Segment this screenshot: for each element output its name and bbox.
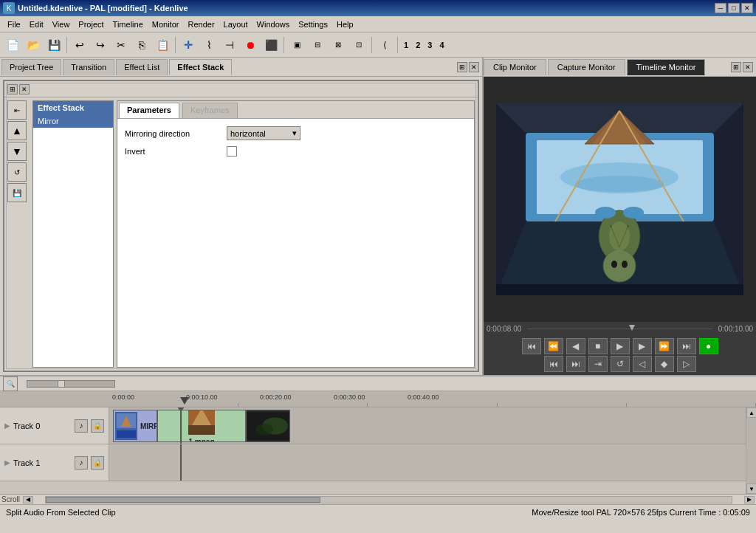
clip-main-thumbnail bbox=[188, 410, 215, 435]
ctrl-skip-to-end[interactable]: ⏭ bbox=[677, 338, 696, 354]
menu-windows[interactable]: Windows bbox=[252, 18, 295, 30]
toolbar-open[interactable]: 📂 bbox=[24, 35, 43, 55]
menu-render[interactable]: Render bbox=[183, 18, 219, 30]
menu-monitor[interactable]: Monitor bbox=[148, 18, 184, 30]
ctrl-skip-to-start[interactable]: ⏮ bbox=[522, 338, 541, 354]
ctrl-play[interactable]: ▶ bbox=[611, 338, 630, 354]
ctrl-add-marker[interactable]: ◆ bbox=[655, 356, 674, 372]
toolbar-num-2[interactable]: 2 bbox=[413, 39, 423, 51]
toolbar-layout1c[interactable]: ⊠ bbox=[329, 35, 348, 55]
maximize-button[interactable]: □ bbox=[728, 3, 740, 13]
menu-timeline[interactable]: Timeline bbox=[109, 18, 148, 30]
track-0-clip-main[interactable]: 1.mpeg bbox=[157, 410, 246, 442]
ctrl-rewind[interactable]: ◀ bbox=[566, 338, 585, 354]
toolbar-new[interactable]: 📄 bbox=[3, 35, 22, 55]
vscroll-up[interactable]: ▲ bbox=[746, 408, 756, 418]
toolbar-redo[interactable]: ↪ bbox=[91, 35, 110, 55]
toolbar-prev[interactable]: ⟨ bbox=[375, 35, 394, 55]
tab-project-tree[interactable]: Project Tree bbox=[1, 59, 61, 75]
timeline-header: 🔍 bbox=[0, 376, 756, 391]
track-0-clip-end[interactable] bbox=[246, 410, 290, 442]
effect-mirror-item[interactable]: Mirror bbox=[33, 114, 113, 128]
effect-move-up[interactable]: ▲ bbox=[7, 121, 27, 140]
track-0-mute[interactable]: ♪ bbox=[75, 419, 88, 433]
effect-save[interactable]: 💾 bbox=[7, 183, 27, 202]
status-right: Move/Resize tool PAL 720×576 25fps Curre… bbox=[532, 508, 750, 517]
timeline-zoom-slider[interactable] bbox=[27, 380, 115, 388]
ctrl-rewind-fast[interactable]: ⏪ bbox=[544, 338, 563, 354]
toolbar-save[interactable]: 💾 bbox=[44, 35, 63, 55]
toolbar-layout2[interactable]: ⊡ bbox=[349, 35, 368, 55]
monitor-float-button[interactable]: ⊞ bbox=[731, 62, 741, 72]
toolbar-record[interactable]: ⏺ bbox=[241, 35, 260, 55]
ctrl-skip-to-end2[interactable]: ⇥ bbox=[588, 356, 608, 372]
hscroll-thumb[interactable] bbox=[46, 497, 320, 503]
param-select-direction[interactable]: horizontal ▾ bbox=[227, 126, 300, 140]
vscroll-down[interactable]: ▼ bbox=[746, 484, 756, 494]
track-0-lock[interactable]: 🔒 bbox=[91, 419, 104, 433]
menu-settings[interactable]: Settings bbox=[294, 18, 332, 30]
effect-panel-float[interactable]: ⊞ bbox=[7, 84, 18, 94]
timeline-zoom-in[interactable]: 🔍 bbox=[3, 376, 18, 391]
tab-parameters[interactable]: Parameters bbox=[119, 103, 179, 118]
minimize-button[interactable]: ─ bbox=[715, 3, 726, 13]
ctrl-row-2: ⏮ ⏭ ⇥ ↺ ◁ ◆ ▷ bbox=[487, 356, 753, 372]
ctrl-forward[interactable]: ▶ bbox=[633, 338, 652, 354]
param-checkbox-invert[interactable] bbox=[227, 146, 237, 157]
ctrl-next-frame[interactable]: ▷ bbox=[677, 356, 696, 372]
effect-move-down[interactable]: ▼ bbox=[7, 142, 27, 161]
track-0-clip-mirror[interactable]: MIRROR bbox=[113, 410, 157, 442]
timeline-tracks: ▶ Track 0 ♪ 🔒 bbox=[0, 408, 756, 494]
toolbar-num-4[interactable]: 4 bbox=[436, 39, 447, 51]
tab-effect-stack[interactable]: Effect Stack bbox=[169, 59, 232, 75]
panel-close-button[interactable]: ✕ bbox=[469, 62, 479, 72]
menu-layout[interactable]: Layout bbox=[219, 18, 252, 30]
tab-timeline-monitor[interactable]: Timeline Monitor bbox=[627, 59, 706, 75]
toolbar-pointer[interactable]: ✛ bbox=[179, 35, 198, 55]
toolbar-razor[interactable]: ⌇ bbox=[199, 35, 219, 55]
vscroll-track bbox=[746, 418, 756, 484]
ctrl-prev-frame[interactable]: ◁ bbox=[633, 356, 652, 372]
close-button[interactable]: ✕ bbox=[741, 3, 753, 13]
toolbar-cut[interactable]: ✂ bbox=[111, 35, 131, 55]
toolbar-paste[interactable]: 📋 bbox=[153, 35, 172, 55]
hscroll-left[interactable]: ◀ bbox=[23, 496, 33, 503]
track-1-lock[interactable]: 🔒 bbox=[91, 456, 104, 470]
toolbar-layout1b[interactable]: ⊟ bbox=[308, 35, 327, 55]
monitor-close-button[interactable]: ✕ bbox=[743, 62, 753, 72]
effect-move-to-top[interactable]: ⇤ bbox=[7, 100, 27, 120]
menu-help[interactable]: Help bbox=[332, 18, 358, 30]
ctrl-skip-prev-marker[interactable]: ⏮ bbox=[544, 356, 563, 372]
ctrl-loop[interactable]: ↺ bbox=[611, 356, 630, 372]
tab-effect-list[interactable]: Effect List bbox=[116, 59, 168, 75]
menu-file[interactable]: File bbox=[3, 18, 25, 30]
hscroll-track[interactable] bbox=[45, 496, 732, 503]
svg-point-18 bbox=[595, 207, 616, 219]
toolbar-stop[interactable]: ⬛ bbox=[261, 35, 281, 55]
toolbar-in-point[interactable]: ⊣ bbox=[220, 35, 239, 55]
toolbar-num-3[interactable]: 3 bbox=[425, 39, 435, 51]
menu-edit[interactable]: Edit bbox=[25, 18, 48, 30]
effect-panel-close[interactable]: ✕ bbox=[19, 84, 30, 94]
tab-transition[interactable]: Transition bbox=[63, 59, 114, 75]
menu-view[interactable]: View bbox=[48, 18, 75, 30]
panel-float-button[interactable]: ⊞ bbox=[457, 62, 467, 72]
menu-bar: File Edit View Project Timeline Monitor … bbox=[0, 16, 756, 32]
ctrl-stop[interactable]: ■ bbox=[588, 338, 608, 354]
hscroll-right[interactable]: ▶ bbox=[744, 496, 755, 503]
effect-reset[interactable]: ↺ bbox=[7, 162, 27, 182]
track-1-header: ▶ Track 1 ♪ 🔒 bbox=[0, 444, 109, 481]
timeline-cursor-track1 bbox=[180, 444, 182, 481]
toolbar-num-1[interactable]: 1 bbox=[401, 39, 411, 51]
ctrl-forward-fast[interactable]: ⏩ bbox=[655, 338, 674, 354]
tab-clip-monitor[interactable]: Clip Monitor bbox=[484, 59, 546, 75]
tab-capture-monitor[interactable]: Capture Monitor bbox=[548, 59, 625, 75]
toolbar-layout1a[interactable]: ▣ bbox=[287, 35, 306, 55]
toolbar-undo[interactable]: ↩ bbox=[70, 35, 89, 55]
menu-project[interactable]: Project bbox=[74, 18, 108, 30]
tab-keyframes[interactable]: Keyframes bbox=[182, 103, 238, 118]
toolbar-copy[interactable]: ⎘ bbox=[132, 35, 151, 55]
ctrl-record-indicator[interactable]: ● bbox=[699, 338, 718, 354]
track-1-mute[interactable]: ♪ bbox=[75, 456, 88, 470]
ctrl-skip-next-marker[interactable]: ⏭ bbox=[566, 356, 585, 372]
